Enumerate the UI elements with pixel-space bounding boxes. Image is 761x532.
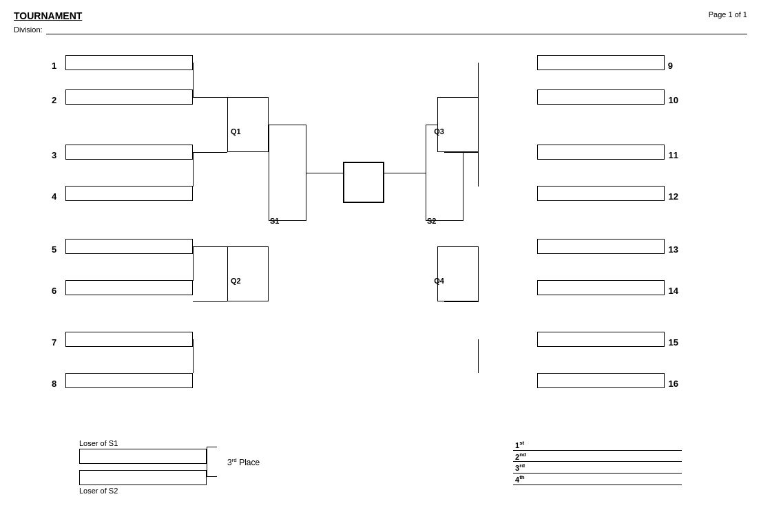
connector-v-1 [193, 63, 194, 97]
connector-v-11 [478, 152, 479, 187]
q2-label: Q2 [231, 277, 241, 285]
seed-16: 16 [669, 379, 678, 389]
division-label: Division: [14, 25, 43, 34]
loser-s1-box [79, 449, 207, 464]
connector-h-3 [193, 246, 227, 247]
q3-box [437, 97, 479, 152]
division-underline [46, 25, 747, 34]
match-box-7 [65, 332, 193, 347]
seed-14: 14 [669, 286, 678, 296]
connector-h-2 [193, 152, 227, 153]
bracket-area: 1 2 Q1 3 4 5 6 Q2 [14, 41, 747, 434]
connector-v-15 [478, 339, 479, 373]
match-box-4 [65, 186, 193, 201]
standings-row-1: 1st [513, 439, 682, 450]
match-box-10 [537, 89, 665, 105]
s1-box [269, 125, 306, 221]
loser-s2-label: Loser of S2 [79, 487, 207, 495]
place-3: 3rd [513, 462, 530, 474]
third-place-area: Loser of S1 Loser of S2 3rd Place [14, 439, 310, 494]
match-box-14 [537, 280, 665, 295]
place-2: 2nd [513, 450, 530, 462]
page: Page 1 of 1 TOURNAMENT Division: 1 2 Q1 … [0, 0, 761, 532]
standings-row-4: 4th [513, 473, 682, 485]
match-box-3 [65, 145, 193, 160]
match-box-15 [537, 332, 665, 347]
standings-row-2: 2nd [513, 450, 682, 462]
q3-label: Q3 [434, 127, 444, 136]
seed-10: 10 [669, 95, 678, 105]
connector-v-4 [193, 339, 194, 373]
match-box-9 [537, 55, 665, 70]
q4-box [437, 246, 479, 301]
match-box-13 [537, 239, 665, 254]
seed-3: 3 [52, 150, 56, 160]
connector-h-13 [444, 246, 479, 247]
connector-h-4 [193, 301, 227, 302]
standings-table: 1st 2nd 3rd 4th [513, 439, 682, 485]
s2-label: S2 [427, 217, 436, 225]
final-box [343, 162, 384, 203]
seed-8: 8 [52, 379, 56, 389]
match-box-1 [65, 55, 193, 70]
q2-box [227, 246, 269, 301]
connector-h-15 [444, 301, 479, 302]
q4-label: Q4 [434, 277, 444, 285]
match-box-5 [65, 239, 193, 254]
third-place-label: 3rd Place [227, 457, 260, 467]
seed-5: 5 [52, 244, 56, 255]
standings-area: 1st 2nd 3rd 4th [513, 439, 733, 494]
loser-s2-box [79, 470, 207, 485]
s1-final-h [306, 173, 343, 173]
seed-13: 13 [669, 244, 678, 255]
connector-v-3 [193, 246, 194, 281]
match-box-12 [537, 186, 665, 201]
connector-h-9 [444, 97, 479, 98]
division-line: Division: [14, 25, 747, 34]
name-2 [530, 450, 682, 462]
s1-label: S1 [270, 217, 279, 225]
match-box-11 [537, 145, 665, 160]
q1-box [227, 97, 269, 152]
connector-h-11 [444, 152, 479, 153]
s2-final-h [384, 173, 426, 173]
q1-label: Q1 [231, 127, 241, 136]
connector-v-13 [478, 246, 479, 281]
bottom-section: Loser of S1 Loser of S2 3rd Place 1st [14, 439, 747, 494]
page-number: Page 1 of 1 [709, 10, 747, 19]
seed-9: 9 [668, 61, 673, 71]
connector-v-2 [193, 152, 194, 187]
seed-12: 12 [669, 191, 678, 202]
name-1 [530, 439, 682, 450]
match-box-8 [65, 373, 193, 388]
standings-row-3: 3rd [513, 462, 682, 474]
match-box-2 [65, 89, 193, 105]
name-3 [530, 462, 682, 474]
seed-7: 7 [52, 337, 56, 348]
match-box-6 [65, 280, 193, 295]
tournament-title: TOURNAMENT [14, 10, 747, 21]
place-1: 1st [513, 439, 530, 450]
loser-s1-label: Loser of S1 [79, 439, 207, 447]
place-4: 4th [513, 473, 530, 485]
seed-15: 15 [669, 337, 678, 348]
seed-4: 4 [52, 191, 56, 202]
name-4 [530, 473, 682, 485]
match-box-16 [537, 373, 665, 388]
seed-2: 2 [52, 95, 56, 105]
connector-v-9 [478, 63, 479, 97]
seed-6: 6 [52, 286, 56, 296]
seed-1: 1 [52, 61, 56, 71]
connector-h-1 [193, 97, 227, 98]
seed-11: 11 [669, 150, 678, 160]
